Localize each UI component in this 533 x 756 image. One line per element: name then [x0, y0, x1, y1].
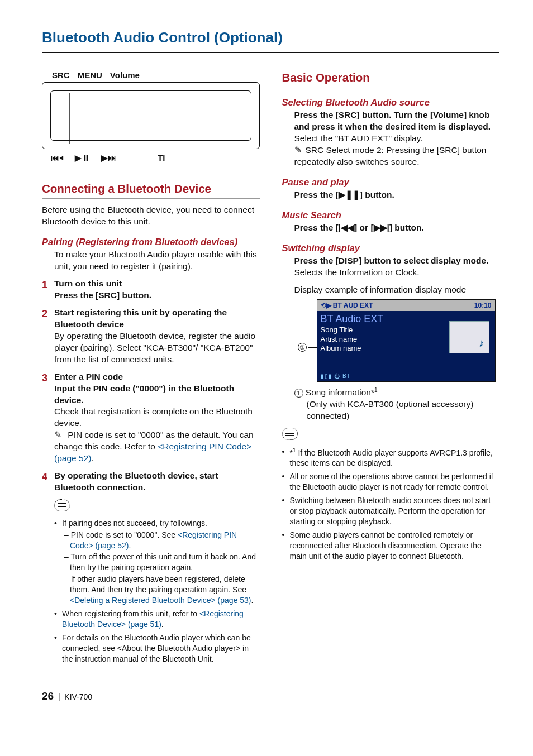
- pairing-body: To make your Bluetooth Audio player usab…: [42, 249, 260, 272]
- pp-post: ] button.: [360, 190, 394, 199]
- note-switching: Switching between Bluetooth audio source…: [282, 495, 500, 527]
- pp-pre: Press the [: [294, 190, 339, 199]
- sub-music-search: Music Search: [282, 209, 500, 221]
- note-register-post: .: [161, 620, 164, 629]
- label-src: SRC: [52, 70, 70, 81]
- prev-track-glyph: |◀◀: [339, 223, 354, 232]
- selecting-pencil: SRC Select mode 2: Pressing the [SRC] bu…: [294, 145, 500, 168]
- chapter-title: Bluetooth Audio Control (Optional): [42, 28, 499, 53]
- step-3-body: Check that registration is complete on t…: [54, 406, 260, 429]
- sub-pause-play: Pause and play: [282, 176, 500, 188]
- sub-switching-display: Switching display: [282, 242, 500, 254]
- link-deleting-device[interactable]: <Deleting a Registered Bluetooth Device>…: [70, 596, 251, 605]
- label-menu: MENU: [78, 70, 102, 81]
- footnote-1-mark: 1: [374, 387, 378, 393]
- step-2-body: By operating the Bluetooth device, regis…: [54, 331, 260, 366]
- note-icon-right: [282, 428, 298, 440]
- album-art-icon: [449, 321, 489, 353]
- step-3-pencil-note: PIN code is set to "0000" as the default…: [54, 429, 260, 465]
- callout-1-icon: ①: [298, 343, 307, 352]
- pairing-subhead: Pairing (Registering from Bluetooth devi…: [42, 236, 260, 248]
- note-pin0000: – PIN code is set to "0000". See <Regist…: [62, 530, 260, 551]
- note-avrcp-text: If the Bluetooth Audio player supports A…: [290, 448, 493, 468]
- step-2-title: Start registering this unit by operating…: [54, 307, 260, 331]
- right-column: Basic Operation Selecting Bluetooth Audi…: [282, 70, 500, 667]
- note-about-player: For details on the Bluetooth Audio playe…: [54, 633, 260, 664]
- device-bottom-labels: ⏮◀ ▶⏸ ▶⏭ TI: [42, 152, 260, 164]
- step-2: 2 Start registering this unit by operati…: [42, 307, 260, 366]
- step-3-title: Enter a PIN code: [54, 371, 260, 383]
- section-connecting: Connecting a Bluetooth Device: [42, 181, 260, 199]
- label-ti: TI: [158, 152, 165, 164]
- page-footer: 26 | KIV-700: [42, 689, 499, 704]
- note-pairing-fail-text: If pairing does not succeed, try followi…: [62, 519, 207, 528]
- step-1-action: Press the [SRC] button.: [54, 290, 260, 302]
- note-remote: Some audio players cannot be controlled …: [282, 530, 500, 562]
- selecting-pencil-text: SRC Select mode 2: Pressing the [SRC] bu…: [294, 145, 487, 166]
- selecting-body: Select the "BT AUD EXT" display.: [294, 133, 500, 145]
- note-delete-others: – If other audio players have been regis…: [62, 574, 260, 606]
- repeat-play-icon: ⟲▶: [321, 302, 331, 309]
- switching-bold: Press the [DISP] button to select displa…: [294, 255, 500, 267]
- switching-body: Selects the Information or Clock.: [294, 267, 500, 279]
- ms-mid: ] or [: [354, 223, 373, 232]
- display-example: ⟲▶ BT AUD EXT 10:10 BT Audio EXT Song Ti…: [317, 299, 496, 382]
- note-power-cycle-text: Turn off the power of this unit and turn…: [70, 552, 256, 572]
- step-3: 3 Enter a PIN code Input the PIN code ("…: [42, 371, 260, 465]
- note-power-cycle: – Turn off the power of this unit and tu…: [62, 552, 260, 573]
- step-3-bold2: Input the PIN code ("0000") in the Bluet…: [54, 383, 260, 406]
- step-1: 1 Turn on this unit Press the [SRC] butt…: [42, 278, 260, 302]
- step-4: 4 By operating the Bluetooth device, sta…: [42, 470, 260, 494]
- step-1-num: 1: [42, 278, 54, 302]
- next-icon: ▶⏭: [101, 152, 116, 164]
- note-pin0000-post: .: [129, 541, 131, 550]
- note-pairing-fail: If pairing does not succeed, try followi…: [54, 518, 260, 606]
- callout-1-num: 1: [294, 389, 303, 398]
- display-clock: 10:10: [474, 301, 492, 310]
- note-delete-pre: If other audio players have been registe…: [70, 575, 246, 594]
- display-source-name: BT AUD EXT: [333, 302, 373, 309]
- selecting-bold: Press the [SRC] button. Turn the [Volume…: [294, 109, 500, 133]
- step-1-title: Turn on this unit: [54, 278, 260, 290]
- left-notes: If pairing does not succeed, try followi…: [42, 518, 260, 664]
- display-caption: Display example of information display m…: [282, 284, 500, 296]
- footnote-1-ref: 1: [293, 447, 296, 453]
- pause-play-text: Press the [▶❚❚] button.: [282, 189, 500, 201]
- section-basic-operation: Basic Operation: [282, 70, 500, 88]
- callout-1-text: Song information*: [306, 387, 374, 397]
- note-register-from-unit: When registering from this unit, refer t…: [54, 609, 260, 630]
- label-volume: Volume: [110, 70, 140, 81]
- footer-model: KIV-700: [64, 692, 92, 701]
- footer-sep: |: [58, 692, 60, 701]
- page-number: 26: [42, 690, 54, 702]
- device-drawing: [42, 82, 260, 149]
- left-column: SRC MENU Volume ⏮◀ ▶⏸ ▶⏭ TI Connecting a…: [42, 70, 260, 667]
- music-search-text: Press the [|◀◀] or [▶▶|] button.: [282, 222, 500, 234]
- step-4-num: 4: [42, 470, 54, 494]
- display-topbar-left: ⟲▶ BT AUD EXT: [321, 301, 373, 310]
- note-avrcp: *1 If the Bluetooth Audio player support…: [282, 447, 500, 468]
- step-2-num: 2: [42, 307, 54, 366]
- note-delete-post: .: [251, 596, 254, 605]
- device-top-labels: SRC MENU Volume: [42, 70, 260, 81]
- callout-1-sub: (Only with KCA-BT300 (optional accessory…: [307, 399, 500, 422]
- note-not-ready: All or some of the operations above cann…: [282, 471, 500, 492]
- play-pause-icon: ▶⏸: [75, 152, 90, 164]
- callout-1-desc: 1 Song information*1 (Only with KCA-BT30…: [282, 386, 500, 422]
- ms-pre: Press the [: [294, 223, 339, 232]
- intro-text: Before using the Bluetooth device, you n…: [42, 204, 260, 228]
- next-track-glyph: ▶▶|: [374, 223, 389, 232]
- play-pause-glyph: ▶❚❚: [339, 190, 360, 199]
- step-4-title: By operating the Bluetooth device, start…: [54, 470, 260, 494]
- note-register-pre: When registering from this unit, refer t…: [62, 609, 199, 618]
- display-status-icons: ▮▯▮ ⏻ BT: [321, 372, 351, 380]
- note-icon: [54, 499, 70, 511]
- prev-icon: ⏮◀: [51, 152, 64, 164]
- sub-selecting-source: Selecting Bluetooth Audio source: [282, 96, 500, 108]
- step-3-pencil-post: .: [91, 453, 93, 463]
- right-notes: *1 If the Bluetooth Audio player support…: [282, 447, 500, 562]
- step-3-num: 3: [42, 371, 54, 465]
- note-pin0000-pre: PIN code is set to "0000". See: [71, 530, 178, 539]
- ms-post: ] button.: [389, 223, 424, 232]
